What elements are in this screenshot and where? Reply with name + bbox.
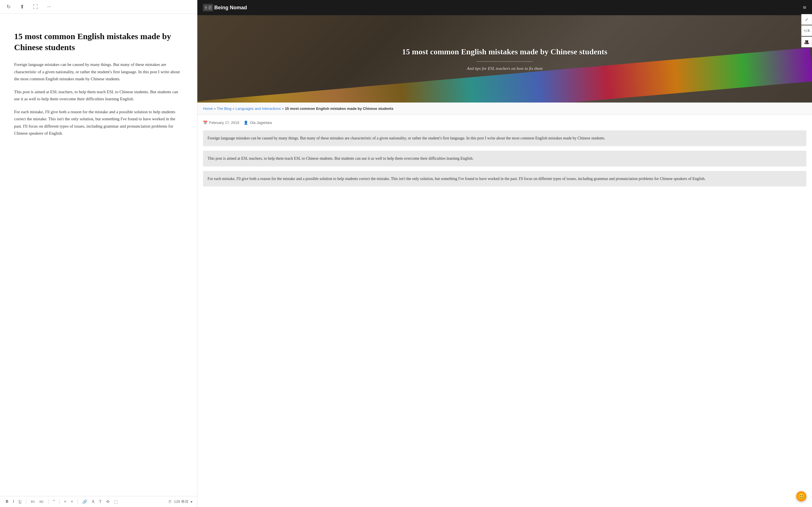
date-icon: 📅 xyxy=(203,121,207,125)
divider-2 xyxy=(48,499,49,504)
logo-text: Being Nomad xyxy=(214,5,247,11)
h2-button[interactable]: H2 xyxy=(38,499,45,504)
word-count-area: ⏱ 129 单词 ▾ xyxy=(168,499,193,504)
hat-icon: 🎩 xyxy=(804,40,809,45)
link-button[interactable]: 🔗 xyxy=(81,499,88,505)
hero-content: 15 most common English mistakes made by … xyxy=(402,47,607,71)
check-icon-btn[interactable]: ✓ xyxy=(801,14,812,25)
refresh-icon[interactable]: ↻ xyxy=(4,3,12,11)
breadcrumb-home[interactable]: Home xyxy=(203,107,213,111)
bold-button[interactable]: B xyxy=(4,499,9,504)
site-logo: Being Nomad xyxy=(203,4,247,11)
breadcrumb-sep-1: » xyxy=(214,107,217,111)
underline-button[interactable]: U xyxy=(17,499,22,504)
editor-format-bar: B I U H1 H2 " ≡ ≡ 🔗 A T ⟲ ⬚ ⏱ 129 单词 ▾ xyxy=(0,496,197,507)
h1-button[interactable]: H1 xyxy=(30,499,36,504)
site-navbar: Being Nomad ≡ xyxy=(197,0,812,15)
editor-paragraph-2: This post is aimed at ESL teachers, to h… xyxy=(14,89,183,103)
svg-point-2 xyxy=(205,7,207,8)
check-icon: ✓ xyxy=(805,17,809,22)
website-sidebar-icons: ✓ ⌥/A 🎩 xyxy=(801,14,812,47)
logo-icon xyxy=(203,4,213,11)
author-icon: 👤 xyxy=(244,121,248,125)
svg-rect-5 xyxy=(209,8,211,9)
list-button[interactable]: ≡ xyxy=(63,499,67,504)
code-icon-btn[interactable]: ⌥/A xyxy=(801,25,812,36)
article-paragraph-2: This post is aimed at ESL teachers, to h… xyxy=(203,151,806,166)
breadcrumb-blog[interactable]: The Blog xyxy=(217,107,232,111)
breadcrumb-bar: Home » The Blog » Languages and Interact… xyxy=(197,103,812,115)
hero-divider xyxy=(476,61,533,62)
article-date-meta: 📅 February 17, 2019 xyxy=(203,121,239,125)
svg-rect-4 xyxy=(209,7,211,8)
svg-rect-3 xyxy=(209,6,211,7)
image-button[interactable]: ⬚ xyxy=(113,499,119,505)
article-date: February 17, 2019 xyxy=(209,121,239,125)
word-count-text: 129 单词 xyxy=(174,499,188,504)
editor-top-toolbar: ↻ ⬆ ⛶ ··· xyxy=(0,0,197,14)
article-paragraph-1: Foreign language mistakes can be caused … xyxy=(203,130,806,146)
editor-panel: ↻ ⬆ ⛶ ··· 15 most common English mistake… xyxy=(0,0,197,507)
article-author-meta: 👤 Ola Jagielska xyxy=(244,121,272,125)
editor-paragraph-3: For each mistake, I'll give both a reaso… xyxy=(14,108,183,137)
quote-button[interactable]: " xyxy=(52,499,56,505)
hero-title: 15 most common English mistakes made by … xyxy=(402,47,607,57)
word-count-dropdown-icon[interactable]: ▾ xyxy=(191,500,193,504)
fullscreen-icon[interactable]: ⛶ xyxy=(32,3,40,11)
undo-button[interactable]: ⟲ xyxy=(105,499,110,505)
article-paragraph-3: For each mistake, I'll give both a reaso… xyxy=(203,171,806,187)
divider-3 xyxy=(59,499,59,504)
article-author: Ola Jagielska xyxy=(250,121,272,125)
editor-title: 15 most common English mistakes made by … xyxy=(14,31,183,53)
ordered-list-button[interactable]: ≡ xyxy=(70,499,74,504)
hero-subtitle: And tips for ESL teachers on how to fix … xyxy=(402,66,607,71)
article-meta: 📅 February 17, 2019 👤 Ola Jagielska xyxy=(203,121,806,125)
website-content: Being Nomad ≡ 15 most common English mis… xyxy=(197,0,812,507)
share-icon[interactable]: ⬆ xyxy=(18,3,26,11)
breadcrumb-current: 15 most common English mistakes made by … xyxy=(285,107,393,111)
floating-emoji-button[interactable]: 😊 xyxy=(796,491,806,501)
breadcrumb-sep-3: » xyxy=(282,107,285,111)
breadcrumb-category[interactable]: Languages and Interactions xyxy=(236,107,281,111)
word-count-icon: ⏱ xyxy=(168,500,172,504)
text-button[interactable]: T xyxy=(98,499,103,504)
hat-icon-btn[interactable]: 🎩 xyxy=(801,37,812,47)
code-icon: ⌥/A xyxy=(804,29,810,33)
breadcrumb-sep-2: » xyxy=(233,107,236,111)
divider-4 xyxy=(78,499,78,504)
italic-button[interactable]: I xyxy=(11,499,15,504)
hamburger-menu-icon[interactable]: ≡ xyxy=(803,4,806,11)
hero-section: 15 most common English mistakes made by … xyxy=(197,15,812,103)
editor-paragraph-1: Foreign language mistakes can be caused … xyxy=(14,61,183,83)
divider-1 xyxy=(26,499,26,504)
editor-content-area[interactable]: 15 most common English mistakes made by … xyxy=(0,14,197,496)
highlight-button[interactable]: A xyxy=(91,499,96,504)
more-icon[interactable]: ··· xyxy=(45,3,53,11)
article-content: 📅 February 17, 2019 👤 Ola Jagielska Fore… xyxy=(197,115,812,196)
browser-panel: Being Nomad ≡ 15 most common English mis… xyxy=(197,0,812,507)
